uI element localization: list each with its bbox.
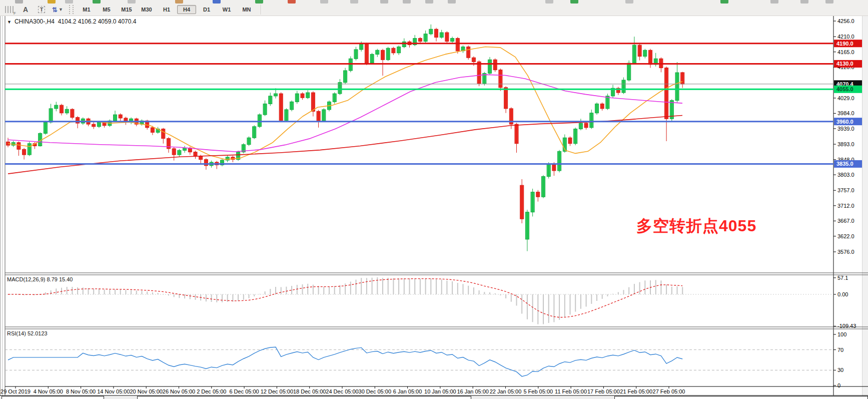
date-label: 11 Feb 05:00 (555, 388, 587, 394)
timeframe-button-m1[interactable]: M1 (77, 5, 96, 14)
chart-ohlc-readout: 4104.2 4106.2 4059.0 4070.4 (58, 18, 137, 25)
rsi-indicator-label: RSI(14) 52.0123 (7, 330, 48, 336)
chart-annotation-text: 多空转折点4055 (636, 215, 756, 237)
cropped-icon (128, 0, 136, 4)
price-badge-label: 4130.0 (836, 61, 853, 67)
date-label: 5 Feb 05:00 (523, 388, 553, 394)
cropped-icon (255, 0, 263, 4)
timeframe-button-w1[interactable]: W1 (217, 5, 236, 14)
timeframe-button-m30[interactable]: M30 (137, 5, 156, 14)
text-label-icon[interactable]: A (19, 5, 32, 15)
cropped-icon (93, 0, 101, 4)
date-label: 27 Feb 05:00 (653, 388, 685, 394)
price-badge-label: 3960.0 (836, 119, 853, 125)
cropped-bottom-bar (0, 396, 868, 399)
cropped-icon (175, 0, 183, 4)
date-label: 2 Dec 05:00 (197, 388, 226, 394)
cropped-icon (288, 0, 296, 4)
price-tick: 4029.0 (837, 95, 854, 101)
grid-f-label: F (14, 11, 16, 16)
rsi-tick: 0 (837, 382, 840, 388)
cropped-icon (350, 0, 358, 4)
price-tick: 4256.0 (837, 18, 854, 24)
date-label: 16 Jan 05:00 (457, 388, 489, 394)
cropped-icon (545, 0, 553, 4)
macd-indicator-label: MACD(12,26,9) 8.79 15.40 (7, 276, 73, 282)
price-tick: 3939.0 (837, 126, 854, 132)
chart-symbol-period: CHINA300-,H4 (15, 18, 55, 25)
date-label: 6 Jan 05:00 (393, 388, 422, 394)
timeframe-button-h1[interactable]: H1 (157, 5, 176, 14)
ma-mid-magenta (8, 75, 682, 152)
timeframe-button-m15[interactable]: M15 (117, 5, 136, 14)
dropdown-caret-icon[interactable]: ▼ (59, 7, 63, 12)
chart-toolbar: F A T ⇅▼ M1M5M15M30H1H4D1W1MN (0, 4, 868, 16)
collapse-triangle-icon[interactable]: ▼ (7, 20, 12, 25)
toolbar-drag-handle[interactable] (69, 5, 74, 14)
date-label: 6 Dec 05:00 (229, 388, 259, 394)
cropped-icon (320, 0, 328, 4)
cropped-icon (65, 0, 73, 4)
price-tick: 3984.0 (837, 110, 854, 116)
date-label: 4 Nov 05:00 (34, 388, 63, 394)
date-label: 8 Nov 05:00 (66, 388, 96, 394)
cropped-icon (425, 0, 433, 4)
snap-grid-icon[interactable]: F (3, 5, 16, 15)
cropped-icon (15, 0, 23, 4)
date-label: 30 Dec 05:00 (359, 388, 391, 394)
grid-dots-glyph (5, 6, 14, 13)
price-tick: 4165.0 (837, 49, 854, 55)
toolbar-separator (261, 5, 261, 15)
chart-title: ▼CHINA300-,H4 4104.2 4106.2 4059.0 4070.… (7, 18, 136, 25)
macd-tick: 0.00 (837, 291, 848, 297)
rsi-tick: 70 (837, 347, 843, 353)
price-tick: 3757.0 (837, 187, 854, 193)
price-tick: 3622.0 (837, 233, 854, 239)
timeframe-button-m5[interactable]: M5 (97, 5, 116, 14)
price-tick: 3576.0 (837, 249, 854, 255)
sort-arrows-icon[interactable]: ⇅▼ (51, 5, 64, 15)
date-label: 21 Feb 05:00 (620, 388, 652, 394)
price-tick: 3712.0 (837, 203, 854, 209)
chart-canvas[interactable]: 4256.04210.04165.04120.04029.03984.03939… (0, 0, 868, 399)
price-tick: 3667.0 (837, 218, 854, 224)
bottom-tab[interactable] (614, 396, 868, 399)
cropped-icon (625, 0, 633, 4)
timeframe-button-h4[interactable]: H4 (177, 5, 196, 14)
date-label: 26 Nov 05:00 (163, 388, 195, 394)
candles (7, 29, 684, 239)
price-tick: 4210.0 (837, 34, 854, 40)
cropped-icon (380, 0, 388, 4)
timeframe-button-d1[interactable]: D1 (197, 5, 216, 14)
mt4-application-window: { "toolbar": { "icons": [ {"name": "snap… (0, 0, 868, 399)
cropped-icon (825, 0, 833, 4)
date-label: 29 Oct 2019 (1, 388, 31, 394)
cropped-icon (448, 0, 456, 4)
timeframe-button-group: M1M5M15M30H1H4D1W1MN (77, 5, 257, 14)
macd-tick: -109.43 (837, 323, 856, 329)
date-label: 24 Dec 05:00 (326, 388, 358, 394)
price-tick: 3893.0 (837, 141, 854, 147)
cropped-icon (213, 0, 221, 4)
date-label: 18 Dec 05:00 (293, 388, 326, 394)
date-label: 12 Dec 05:00 (261, 388, 293, 394)
timeframe-button-mn[interactable]: MN (237, 5, 256, 14)
rsi-line (8, 347, 682, 376)
macd-tick: 57.1 (837, 275, 848, 281)
bottom-tab[interactable] (137, 396, 471, 399)
cropped-icon (720, 0, 728, 4)
bottom-tab[interactable] (2, 396, 104, 399)
cropped-icon (770, 0, 778, 4)
date-label: 14 Nov 05:00 (97, 388, 130, 394)
date-label: 10 Jan 05:00 (424, 388, 456, 394)
price-tick: 3803.0 (837, 172, 854, 178)
date-label: 17 Feb 05:00 (587, 388, 620, 394)
price-badge-label: 4055.0 (836, 86, 853, 92)
cropped-icon (48, 0, 56, 4)
cropped-toolbar-row (0, 0, 868, 4)
date-label: 20 Nov 05:00 (130, 388, 162, 394)
text-box-icon[interactable]: T (35, 5, 48, 15)
date-label: 22 Jan 05:00 (490, 388, 522, 394)
price-badge-label: 3835.0 (836, 161, 853, 167)
rsi-tick: 30 (837, 367, 843, 373)
